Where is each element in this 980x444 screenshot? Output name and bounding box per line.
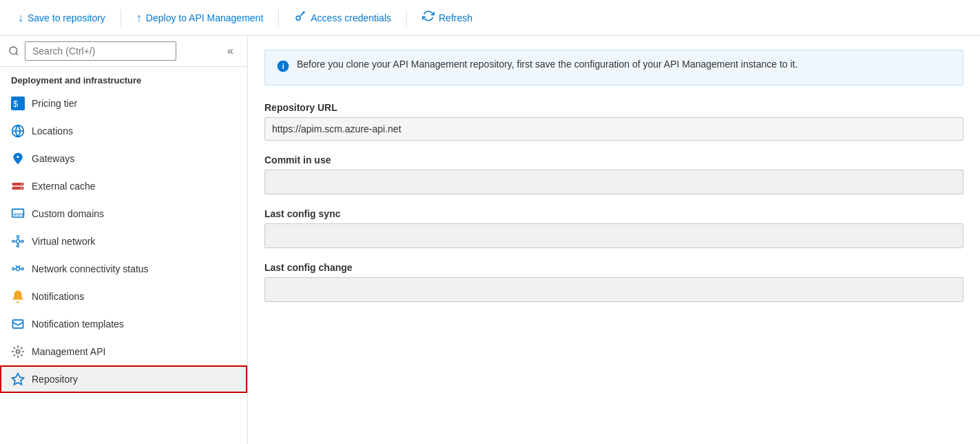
- svg-point-17: [12, 268, 14, 270]
- sidebar-scroll: Deployment and infrastructure $ Pricing …: [0, 67, 247, 444]
- svg-point-8: [21, 188, 22, 189]
- save-label: Save to repository: [28, 12, 105, 23]
- commit-label: Commit in use: [264, 154, 963, 165]
- refresh-icon: [422, 10, 435, 26]
- svg-point-7: [21, 183, 22, 185]
- management-api-label: Management API: [32, 346, 105, 357]
- notifications-label: Notifications: [32, 291, 84, 302]
- svg-point-20: [17, 350, 20, 354]
- section-header: Deployment and infrastructure: [0, 67, 247, 90]
- refresh-button[interactable]: Refresh: [415, 6, 479, 30]
- svg-text:i: i: [282, 62, 284, 70]
- last-change-input: [264, 277, 963, 302]
- save-to-repository-button[interactable]: ↓ Save to repository: [11, 8, 112, 28]
- locations-icon: [11, 124, 25, 138]
- search-icon: [8, 46, 19, 57]
- content-area: i Before you clone your API Management r…: [248, 36, 980, 444]
- network-connectivity-label: Network connectivity status: [32, 263, 149, 274]
- collapse-button[interactable]: «: [222, 42, 239, 60]
- notification-templates-label: Notification templates: [32, 319, 124, 330]
- virtual-network-label: Virtual network: [32, 236, 95, 247]
- svg-text:www: www: [12, 211, 25, 217]
- pricing-icon: $: [11, 97, 25, 110]
- sidebar-item-custom-domains[interactable]: www Custom domains: [0, 200, 247, 228]
- sidebar-item-notifications[interactable]: Notifications: [0, 283, 247, 310]
- separator-1: [121, 10, 121, 26]
- repo-url-input[interactable]: [264, 117, 963, 141]
- svg-rect-5: [12, 183, 24, 185]
- access-icon: [294, 10, 306, 26]
- last-change-group: Last config change: [264, 262, 963, 302]
- svg-point-11: [17, 240, 20, 243]
- last-sync-input: [264, 223, 963, 248]
- sidebar-item-network-connectivity[interactable]: Network connectivity status: [0, 255, 247, 283]
- sidebar-item-gateways[interactable]: Gateways: [0, 145, 247, 172]
- repo-url-label: Repository URL: [264, 102, 963, 113]
- commit-input: [264, 170, 963, 194]
- sidebar-item-notification-templates[interactable]: Notification templates: [0, 310, 247, 338]
- svg-point-12: [12, 240, 14, 242]
- last-sync-group: Last config sync: [264, 208, 963, 248]
- svg-rect-6: [12, 187, 24, 190]
- last-sync-label: Last config sync: [264, 208, 963, 219]
- toolbar: ↓ Save to repository ↑ Deploy to API Man…: [0, 0, 980, 36]
- svg-point-18: [21, 268, 23, 270]
- repo-url-group: Repository URL: [264, 102, 963, 141]
- notifications-icon: [11, 290, 25, 303]
- svg-point-0: [296, 16, 300, 20]
- sidebar: « Deployment and infrastructure $ Pricin…: [0, 36, 248, 444]
- refresh-label: Refresh: [439, 12, 472, 23]
- management-api-icon: [11, 345, 25, 359]
- last-change-label: Last config change: [264, 262, 963, 273]
- deploy-label: Deploy to API Management: [146, 12, 263, 23]
- access-label: Access credentials: [311, 12, 391, 23]
- search-input[interactable]: [25, 41, 176, 61]
- repository-label: Repository: [32, 374, 78, 385]
- save-icon: ↓: [18, 12, 23, 24]
- sidebar-search-area: «: [0, 36, 247, 67]
- sidebar-item-external-cache[interactable]: External cache: [0, 172, 247, 200]
- custom-domains-label: Custom domains: [32, 208, 104, 219]
- info-icon: i: [276, 59, 290, 77]
- pricing-label: Pricing tier: [32, 98, 77, 109]
- info-text: Before you clone your API Management rep…: [297, 59, 797, 70]
- sidebar-item-locations[interactable]: Locations: [0, 117, 247, 145]
- svg-point-1: [10, 47, 17, 54]
- external-cache-icon: [11, 179, 25, 193]
- separator-3: [406, 10, 407, 26]
- network-connectivity-icon: [11, 262, 25, 276]
- info-banner: i Before you clone your API Management r…: [264, 50, 963, 85]
- sidebar-item-repository[interactable]: Repository: [0, 365, 247, 393]
- svg-rect-19: [13, 320, 23, 328]
- sidebar-item-virtual-network[interactable]: Virtual network: [0, 228, 247, 255]
- svg-point-15: [17, 245, 19, 247]
- gateways-icon: [11, 152, 25, 165]
- external-cache-label: External cache: [32, 181, 96, 192]
- deploy-button[interactable]: ↑ Deploy to API Management: [129, 8, 270, 28]
- access-credentials-button[interactable]: Access credentials: [287, 6, 398, 30]
- separator-2: [278, 10, 279, 26]
- commit-group: Commit in use: [264, 154, 963, 194]
- virtual-network-icon: [11, 234, 25, 248]
- sidebar-item-management-api[interactable]: Management API: [0, 338, 247, 365]
- deploy-icon: ↑: [136, 12, 142, 24]
- custom-domains-icon: www: [11, 207, 25, 221]
- notification-templates-icon: [11, 317, 25, 331]
- repository-icon: [11, 372, 25, 386]
- gateways-label: Gateways: [32, 153, 74, 164]
- svg-text:$: $: [13, 99, 19, 109]
- svg-point-13: [21, 240, 23, 242]
- svg-point-16: [17, 268, 20, 271]
- sidebar-item-pricing-tier[interactable]: $ Pricing tier: [0, 90, 247, 117]
- locations-label: Locations: [32, 125, 73, 137]
- svg-point-14: [17, 236, 19, 238]
- main-layout: « Deployment and infrastructure $ Pricin…: [0, 36, 980, 444]
